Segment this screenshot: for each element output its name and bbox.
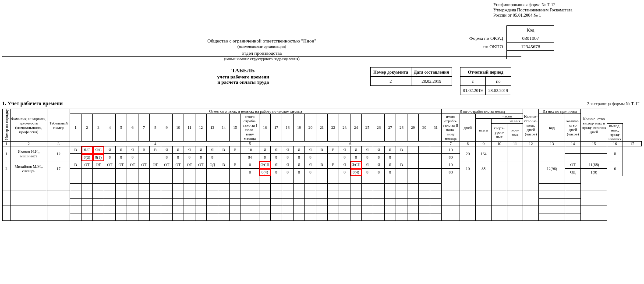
page-2-label: 2-я страница формы № Т-12 bbox=[587, 101, 640, 106]
org-block: Общество с ограниченной ответственностью… bbox=[2, 38, 521, 61]
org-dept: отдел производства bbox=[2, 50, 521, 57]
doc-num-table: Номер документаДата составления 228.02.2… bbox=[370, 67, 452, 86]
form-id: Унифицированная форма № Т-12 Утверждена … bbox=[493, 2, 573, 18]
table-row: 1 Иванов И.И., машинист 12 ВЯ/СЯ/СЯЯЯВВЯ… bbox=[3, 146, 642, 154]
org-name: Общество с ограниченной ответственностью… bbox=[2, 38, 521, 44]
code-box: Код Форма по ОКУД0301007 по ОКПО12345678 bbox=[469, 25, 554, 59]
table-row: 2 Михайлов М.М., слесарь 17 ВОТОТОТОТОТО… bbox=[3, 161, 642, 169]
section-1-title: 1. Учет рабочего времени bbox=[2, 100, 644, 107]
main-table: Номер по порядку Фамилия, инициалы, долж… bbox=[2, 109, 642, 221]
title-row: ТАБЕЛЬ учета рабочего времени и расчета … bbox=[2, 67, 644, 95]
period-table: Отчетный период спо 01.02.201928.02.2019 bbox=[460, 67, 511, 95]
title: ТАБЕЛЬ bbox=[134, 67, 353, 74]
